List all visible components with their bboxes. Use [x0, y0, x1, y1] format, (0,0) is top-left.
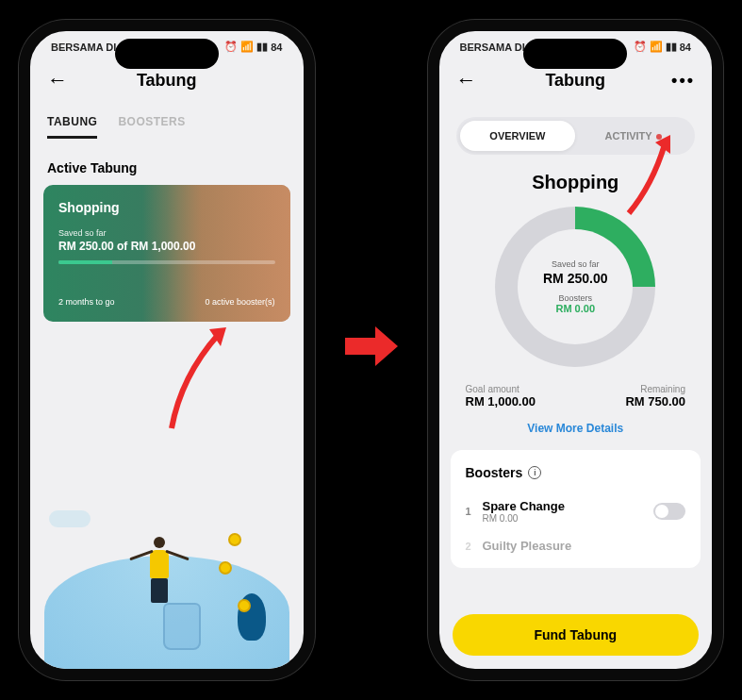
booster-row: 2 Guilty Pleasure [466, 531, 686, 560]
card-active-boosters: 0 active booster(s) [205, 297, 274, 307]
battery-icon: 84 [680, 42, 691, 53]
annotation-arrow-menu [619, 133, 685, 218]
phone-right: BERSAMA DI... 8:10 ⏰ 📶 ▮▮ 84 ← Tabung ••… [428, 20, 724, 680]
ring-saved-value: RM 250.00 [543, 271, 607, 286]
booster-toggle[interactable] [653, 503, 685, 520]
tabung-card[interactable]: Shopping Saved so far RM 250.00 of RM 1,… [43, 185, 290, 322]
ring-boosters-value: RM 0.00 [555, 303, 595, 314]
booster-index: 2 [466, 541, 483, 552]
goal-amount-value: RM 1,000.00 [466, 394, 536, 408]
segment-overview[interactable]: OVERVIEW [460, 121, 576, 151]
active-tabung-title: Active Tabung [30, 143, 304, 185]
signal-icon: ▮▮ [666, 41, 677, 53]
more-menu-button[interactable]: ••• [671, 71, 695, 91]
remaining-label: Remaining [625, 384, 685, 394]
annotation-arrow-card [153, 320, 247, 433]
back-button[interactable]: ← [47, 68, 68, 92]
notch [115, 39, 219, 69]
progress-ring: Saved so far RM 250.00 Boosters RM 0.00 [439, 207, 713, 367]
booster-name: Spare Change [483, 499, 654, 513]
booster-name: Guilty Pleasure [483, 539, 686, 553]
fund-tabung-button[interactable]: Fund Tabung [453, 614, 700, 656]
booster-index: 1 [466, 506, 483, 517]
card-progress [58, 260, 275, 264]
boosters-title: Boosters [466, 465, 523, 480]
alarm-icon: ⏰ [224, 41, 238, 53]
back-button[interactable]: ← [456, 68, 477, 92]
remaining-value: RM 750.00 [625, 394, 685, 408]
tabs: TABUNG BOOSTERS [30, 106, 304, 143]
card-title: Shopping [58, 200, 275, 215]
ring-boosters-label: Boosters [558, 293, 592, 303]
view-more-link[interactable]: View More Details [439, 422, 713, 435]
card-saved-amount: RM 250.00 of RM 1,000.00 [58, 240, 275, 253]
status-carrier: BERSAMA DI... [51, 42, 124, 53]
tab-boosters[interactable]: BOOSTERS [118, 115, 185, 139]
tab-tabung[interactable]: TABUNG [47, 115, 97, 139]
booster-row: 1 Spare Change RM 0.00 [466, 492, 686, 531]
ring-saved-label: Saved so far [552, 259, 600, 269]
alarm-icon: ⏰ [634, 41, 647, 53]
goal-amount-label: Goal amount [466, 384, 536, 394]
signal-icon: ▮▮ [256, 41, 268, 53]
page-title: Tabung [545, 71, 605, 91]
battery-icon: 84 [271, 42, 282, 53]
notch [523, 39, 627, 69]
transition-arrow-icon [343, 318, 400, 383]
wifi-icon: 📶 [650, 41, 663, 53]
info-icon[interactable]: i [528, 466, 541, 479]
status-carrier: BERSAMA DI... [460, 42, 534, 53]
card-saved-label: Saved so far [58, 228, 275, 238]
wifi-icon: 📶 [240, 41, 254, 53]
card-months: 2 months to go [58, 297, 115, 307]
phone-left: BERSAMA DI... 8:10 ⏰ 📶 ▮▮ 84 ← Tabung TA… [19, 20, 315, 680]
boosters-panel: Boosters i 1 Spare Change RM 0.00 2 Guil… [451, 450, 701, 568]
goal-stats: Goal amount RM 1,000.00 Remaining RM 750… [439, 384, 713, 408]
booster-amount: RM 0.00 [483, 513, 654, 524]
page-title: Tabung [137, 71, 197, 91]
illustration [30, 499, 304, 669]
